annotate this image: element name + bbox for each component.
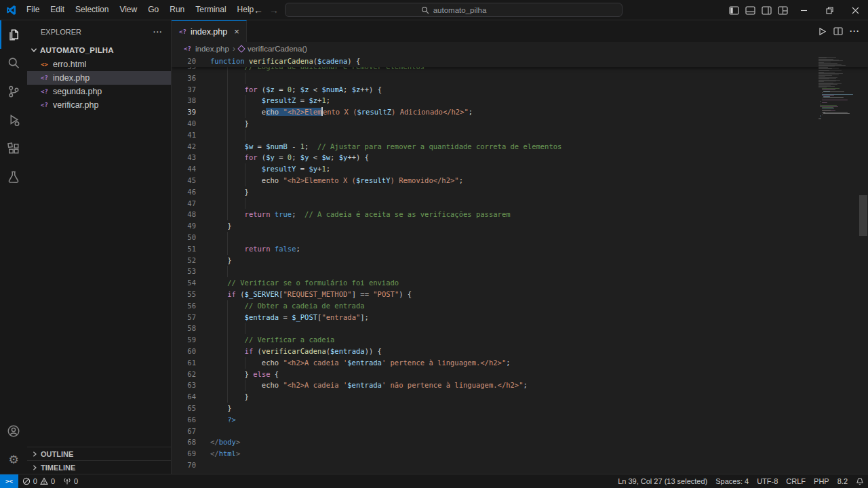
close-tab-icon[interactable]: × (234, 26, 239, 37)
code-line-37[interactable]: 37 for ($z = 0; $z < $numA; $z++) { (172, 84, 868, 96)
code-line-45[interactable]: 45 echo "<h2>Elemento X ($resultY) Remov… (172, 175, 868, 186)
line-number[interactable]: 36 (172, 73, 210, 84)
language-mode[interactable]: PHP (810, 477, 833, 485)
line-number[interactable]: 44 (172, 163, 210, 175)
notifications-bell-icon[interactable] (852, 477, 868, 485)
line-number[interactable]: 20 (172, 56, 210, 67)
breadcrumb-file[interactable]: index.php (195, 45, 229, 53)
line-number[interactable]: 70 (172, 460, 210, 471)
code-editor[interactable]: 20function verificarCadena($cadena) { 35… (172, 56, 868, 474)
folder-root[interactable]: AUTOMATO_PILHA (27, 43, 171, 58)
line-number[interactable]: 49 (172, 220, 210, 232)
activity-run-debug-icon[interactable] (0, 106, 27, 134)
line-number[interactable]: 51 (172, 243, 210, 255)
code-line-48[interactable]: 48 return true; // A cadeia é aceita se … (172, 209, 868, 220)
eol-setting[interactable]: CRLF (782, 477, 810, 485)
activity-source-control-icon[interactable] (0, 77, 27, 106)
indentation-setting[interactable]: Spaces: 4 (711, 477, 753, 485)
back-arrow-icon[interactable]: ← (254, 5, 263, 16)
code-line-70[interactable]: 70 (172, 460, 868, 471)
php-version[interactable]: 8.2 (833, 477, 852, 485)
ports-indicator[interactable]: 0 (59, 474, 82, 488)
toggle-secondary-sidebar-icon[interactable] (758, 0, 774, 20)
search-bar[interactable]: automato_pilha (285, 3, 623, 17)
code-line-56[interactable]: 56 // Obter a cadeia de entrada (172, 300, 868, 312)
menu-view[interactable]: View (114, 0, 142, 20)
settings-gear-icon[interactable]: ⚙ (0, 445, 27, 474)
code-line-41[interactable]: 41 (172, 129, 868, 141)
line-number[interactable]: 68 (172, 436, 210, 448)
tab-index-php[interactable]: <? index.php × (172, 20, 247, 42)
line-number[interactable]: 37 (172, 84, 210, 96)
line-number[interactable]: 60 (172, 346, 210, 357)
menu-edit[interactable]: Edit (45, 0, 70, 20)
remote-button[interactable]: >< (0, 474, 18, 488)
editor-more-actions-icon[interactable]: ··· (850, 26, 860, 36)
toggle-sidebar-icon[interactable] (726, 0, 742, 20)
line-number[interactable]: 46 (172, 186, 210, 198)
encoding-setting[interactable]: UTF-8 (753, 477, 782, 485)
maximize-restore-button[interactable] (816, 0, 842, 20)
code-line-55[interactable]: 55 if ($_SERVER["REQUEST_METHOD"] == "PO… (172, 289, 868, 300)
line-number[interactable]: 50 (172, 232, 210, 243)
line-number[interactable]: 40 (172, 118, 210, 129)
line-number[interactable]: 64 (172, 391, 210, 403)
code-line-36[interactable]: 36 (172, 73, 868, 84)
line-number[interactable]: 55 (172, 289, 210, 300)
activity-extensions-icon[interactable] (0, 134, 27, 163)
code-line-39[interactable]: 39 echo "<h2>Elemento X ($resultZ) Adici… (172, 106, 868, 118)
code-line-53[interactable]: 53 (172, 266, 868, 277)
code-line-40[interactable]: 40 } (172, 118, 868, 129)
activity-explorer-icon[interactable] (0, 20, 27, 49)
line-number[interactable]: 59 (172, 334, 210, 346)
minimize-button[interactable] (791, 0, 816, 20)
code-line-43[interactable]: 43 for ($y = 0; $y < $w; $y++) { (172, 152, 868, 163)
toggle-panel-icon[interactable] (742, 0, 758, 20)
line-number[interactable]: 57 (172, 312, 210, 323)
line-number[interactable]: 45 (172, 175, 210, 186)
run-button[interactable] (818, 27, 827, 36)
code-line-63[interactable]: 63 echo "<h2>A cadeia '$entrada' não per… (172, 380, 868, 391)
code-line-69[interactable]: 69</html> (172, 448, 868, 460)
explorer-more-actions-icon[interactable]: ··· (153, 28, 163, 36)
section-outline[interactable]: OUTLINE (27, 447, 171, 460)
breadcrumb-symbol[interactable]: verificarCadena() (248, 45, 307, 53)
code-line-35[interactable]: 35 // Lógica de adicionar e remover elem… (172, 67, 868, 73)
line-number[interactable]: 65 (172, 403, 210, 414)
code-line-61[interactable]: 61 echo "<h2>A cadeia '$entrada' pertenc… (172, 357, 868, 369)
code-line-20[interactable]: 20function verificarCadena($cadena) { (172, 56, 868, 67)
line-number[interactable]: 35 (172, 67, 210, 73)
forward-arrow-icon[interactable]: → (269, 5, 279, 16)
line-number[interactable]: 43 (172, 152, 210, 163)
line-number[interactable]: 62 (172, 369, 210, 380)
file-item-verificar.php[interactable]: <?verificar.php (27, 98, 171, 112)
line-number[interactable]: 54 (172, 277, 210, 289)
file-item-segunda.php[interactable]: <?segunda.php (27, 85, 171, 98)
line-number[interactable]: 41 (172, 129, 210, 141)
line-number[interactable]: 67 (172, 426, 210, 437)
section-timeline[interactable]: TIMELINE (27, 460, 171, 474)
code-line-57[interactable]: 57 $entrada = $_POST["entrada"]; (172, 312, 868, 323)
code-line-66[interactable]: 66 ?> (172, 414, 868, 426)
minimap[interactable] (818, 57, 859, 121)
scrollbar-thumb[interactable] (859, 195, 867, 236)
menu-file[interactable]: File (21, 0, 45, 20)
line-number[interactable]: 38 (172, 95, 210, 106)
code-lines[interactable]: 35 // Lógica de adicionar e remover elem… (172, 67, 868, 474)
accounts-icon[interactable] (0, 417, 27, 445)
activity-search-icon[interactable] (0, 49, 27, 77)
code-line-50[interactable]: 50 (172, 232, 868, 243)
file-item-index.php[interactable]: <?index.php (27, 71, 171, 85)
customize-layout-icon[interactable] (774, 0, 791, 20)
problems-indicator[interactable]: 0 0 (18, 474, 59, 488)
code-line-51[interactable]: 51 return false; (172, 243, 868, 255)
menu-terminal[interactable]: Terminal (190, 0, 231, 20)
code-line-59[interactable]: 59 // Verificar a cadeia (172, 334, 868, 346)
sticky-scroll-line[interactable]: 20function verificarCadena($cadena) { (172, 56, 868, 67)
cursor-position[interactable]: Ln 39, Col 27 (13 selected) (614, 477, 711, 485)
menu-selection[interactable]: Selection (70, 0, 114, 20)
code-line-64[interactable]: 64 } (172, 391, 868, 403)
menu-run[interactable]: Run (164, 0, 190, 20)
code-line-46[interactable]: 46 } (172, 186, 868, 198)
code-line-60[interactable]: 60 if (verificarCadena($entrada)) { (172, 346, 868, 357)
